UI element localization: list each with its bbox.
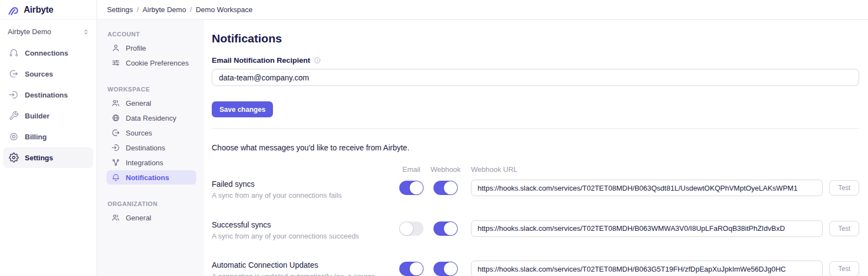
main-sidebar: Airbyte Demo Connections Sources Destina… <box>0 20 97 276</box>
notifications-description: Choose what messages you'd like to recei… <box>212 143 859 152</box>
settings-nav-item-org-general[interactable]: General <box>106 210 196 225</box>
test-webhook-button[interactable]: Test <box>829 180 859 196</box>
email-column-header: Email <box>395 165 428 174</box>
row-text: Failed syncs A sync from any of your con… <box>212 180 395 201</box>
brand-name: Airbyte <box>24 5 53 15</box>
email-toggle[interactable] <box>399 221 424 236</box>
sidebar-item-label: Settings <box>25 154 53 162</box>
chevron-up-down-icon <box>82 28 90 36</box>
settings-nav-label: Profile <box>126 44 146 52</box>
settings-nav-item-integrations[interactable]: Integrations <box>106 155 196 170</box>
sidebar-item-label: Destinations <box>25 91 68 99</box>
email-recipient-label: Email Notification Recipient <box>212 56 859 64</box>
save-changes-button[interactable]: Save changes <box>212 101 273 117</box>
webhook-column-header: Webhook <box>428 165 463 174</box>
sidebar-item-connections[interactable]: Connections <box>3 42 93 63</box>
breadcrumb: Settings / Airbyte Demo / Demo Workspace <box>97 0 868 20</box>
section-title-account: ACCOUNT <box>108 31 196 37</box>
test-webhook-button[interactable]: Test <box>829 261 859 276</box>
sidebar-item-label: Builder <box>25 112 50 120</box>
divider <box>212 128 859 129</box>
email-toggle[interactable] <box>399 262 424 276</box>
gear-icon <box>9 153 19 163</box>
notification-row-automatic-connection-updates: Automatic Connection Updates A connectio… <box>212 261 859 276</box>
breadcrumb-item-org[interactable]: Airbyte Demo <box>143 6 186 14</box>
settings-nav-label: Sources <box>126 129 152 137</box>
connections-icon <box>9 48 19 58</box>
destination-icon <box>9 90 19 100</box>
settings-nav-label: General <box>126 99 151 107</box>
users-icon <box>111 213 120 222</box>
users-icon <box>111 99 120 107</box>
webhook-toggle[interactable] <box>433 181 458 195</box>
source-icon <box>111 128 120 137</box>
settings-nav-item-notifications[interactable]: Notifications <box>106 170 196 185</box>
webhook-url-input[interactable] <box>471 261 823 276</box>
sliders-icon <box>111 58 120 67</box>
settings-nav: ACCOUNT Profile Cookie Preferences WORKS… <box>97 20 204 276</box>
breadcrumb-item-settings[interactable]: Settings <box>107 6 133 14</box>
settings-nav-label: Integrations <box>126 159 163 167</box>
app-window: Airbyte Settings / Airbyte Demo / Demo W… <box>0 0 868 276</box>
notification-row-failed-syncs: Failed syncs A sync from any of your con… <box>212 180 859 201</box>
settings-nav-item-sources[interactable]: Sources <box>106 126 196 140</box>
wrench-icon <box>9 111 19 121</box>
breadcrumb-separator: / <box>137 6 139 14</box>
breadcrumb-separator: / <box>190 6 192 14</box>
section-title-workspace: WORKSPACE <box>108 86 196 93</box>
row-description: A connection is updated automatically (e… <box>212 272 395 276</box>
sidebar-item-label: Sources <box>25 70 53 78</box>
sidebar-item-sources[interactable]: Sources <box>3 63 93 84</box>
webhook-url-column-header: Webhook URL <box>463 165 823 174</box>
webhook-url-input[interactable] <box>471 180 823 196</box>
person-icon <box>111 44 120 52</box>
email-recipient-input[interactable] <box>212 69 859 86</box>
billing-icon <box>9 132 19 142</box>
globe-icon <box>111 113 120 122</box>
notifications-table-header: Email Webhook Webhook URL <box>212 165 859 174</box>
airbyte-logo-icon <box>7 3 20 17</box>
sidebar-item-builder[interactable]: Builder <box>3 105 93 126</box>
settings-nav-item-general[interactable]: General <box>106 96 196 110</box>
content-area: ACCOUNT Profile Cookie Preferences WORKS… <box>97 20 868 276</box>
destination-icon <box>111 143 120 152</box>
section-title-organization: ORGANIZATION <box>108 201 196 207</box>
settings-nav-label: Cookie Preferences <box>126 59 189 67</box>
workspace-name: Airbyte Demo <box>8 28 51 36</box>
row-title: Failed syncs <box>212 180 395 188</box>
webhook-url-input[interactable] <box>471 220 823 237</box>
row-description: A sync from any of your connections succ… <box>212 231 395 241</box>
app-logo[interactable]: Airbyte <box>0 0 97 20</box>
sidebar-item-label: Billing <box>25 133 47 141</box>
workspace-switcher[interactable]: Airbyte Demo <box>0 24 97 42</box>
breadcrumb-item-workspace[interactable]: Demo Workspace <box>196 6 253 14</box>
bell-icon <box>111 173 120 182</box>
sidebar-item-billing[interactable]: Billing <box>3 126 93 147</box>
settings-nav-label: Destinations <box>126 144 165 152</box>
settings-nav-label: Data Residency <box>126 114 176 122</box>
settings-nav-item-profile[interactable]: Profile <box>106 41 196 55</box>
source-icon <box>9 69 19 79</box>
settings-nav-item-data-residency[interactable]: Data Residency <box>106 111 196 125</box>
test-webhook-button[interactable]: Test <box>829 221 859 236</box>
settings-nav-item-destinations[interactable]: Destinations <box>106 140 196 155</box>
integrations-icon <box>111 158 120 167</box>
email-toggle[interactable] <box>399 181 424 195</box>
settings-nav-label: Notifications <box>126 174 169 182</box>
sidebar-item-settings[interactable]: Settings <box>3 147 93 168</box>
notification-row-successful-syncs: Successful syncs A sync from any of your… <box>212 220 859 241</box>
page-title: Notifications <box>212 32 859 45</box>
row-description: A sync from any of your connections fail… <box>212 191 395 201</box>
webhook-toggle[interactable] <box>433 262 458 276</box>
settings-nav-label: General <box>126 214 151 222</box>
row-title: Successful syncs <box>212 220 395 229</box>
settings-nav-item-cookie-preferences[interactable]: Cookie Preferences <box>106 56 196 70</box>
webhook-toggle[interactable] <box>433 221 458 236</box>
sidebar-item-label: Connections <box>25 49 68 57</box>
row-title: Automatic Connection Updates <box>212 261 395 269</box>
info-icon[interactable] <box>314 57 321 64</box>
email-recipient-label-text: Email Notification Recipient <box>212 56 310 64</box>
sidebar-item-destinations[interactable]: Destinations <box>3 84 93 105</box>
row-text: Successful syncs A sync from any of your… <box>212 220 395 241</box>
row-text: Automatic Connection Updates A connectio… <box>212 261 395 276</box>
